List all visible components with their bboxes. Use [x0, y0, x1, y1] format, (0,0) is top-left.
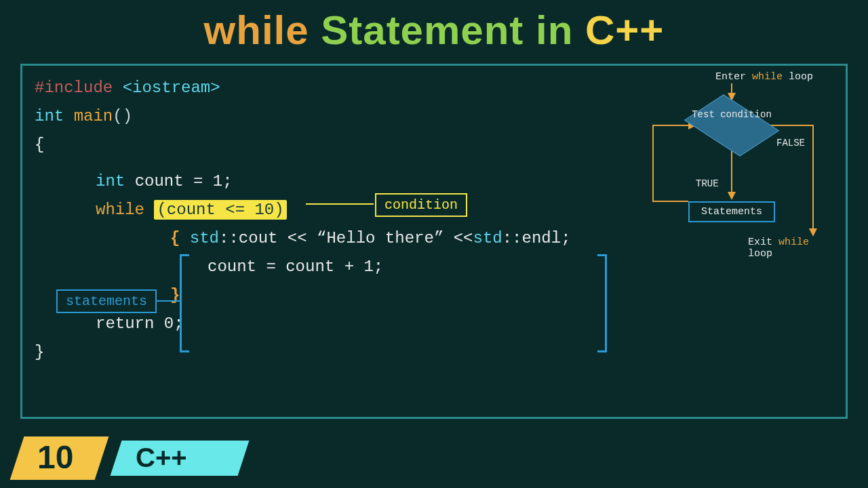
int-keyword-2: int — [96, 172, 125, 190]
return-stmt: return 0; — [96, 314, 184, 333]
int-keyword: int — [35, 107, 64, 125]
flowchart-exit-label: Exit while loop — [748, 237, 832, 260]
title-cpp: C++ — [585, 7, 664, 53]
while-keyword: while — [96, 201, 144, 219]
footer-badges: 10 C++ — [0, 435, 868, 488]
title-statement: Statement in — [321, 7, 573, 53]
main-parens: () — [113, 107, 132, 125]
code-line-return: return 0; — [35, 310, 833, 338]
flowchart-test-label: Test condition — [691, 109, 772, 120]
while-condition: (count <= 10) — [154, 200, 286, 220]
flowchart-statements-box: Statements — [688, 201, 775, 222]
condition-connector — [306, 203, 374, 205]
statements-label: statements — [56, 289, 157, 313]
lang-label: C++ — [136, 443, 187, 473]
cout-text: ::cout << “Hello there” << — [219, 229, 473, 247]
flowchart-true-label: TRUE — [696, 178, 719, 189]
count-inc: count = count + 1; — [208, 258, 383, 276]
include-token: #include — [35, 79, 113, 97]
title-while: while — [204, 7, 309, 53]
code-panel: #include <iostream> int main() { int cou… — [20, 64, 848, 419]
condition-label: condition — [375, 193, 467, 217]
flowchart-false-label: FALSE — [776, 138, 805, 148]
bracket-right-icon — [597, 254, 607, 352]
include-lib: <iostream> — [123, 79, 220, 97]
std-token-2: std — [473, 229, 502, 247]
bracket-left-icon — [180, 254, 189, 352]
code-line-close-brace: } — [35, 338, 833, 367]
count-decl: count = 1; — [135, 172, 233, 190]
std-token-1: std — [190, 229, 219, 247]
close-brace: } — [35, 343, 44, 361]
page-title: while Statement in C++ — [0, 0, 868, 54]
main-fn: main — [74, 107, 113, 125]
exit-post: loop — [748, 248, 772, 260]
body-open-brace: { — [170, 229, 180, 247]
open-brace: { — [35, 136, 44, 154]
exit-pre: Exit — [748, 237, 778, 248]
endl-text: ::endl; — [502, 229, 571, 247]
lesson-number: 10 — [37, 439, 73, 476]
exit-while: while — [778, 237, 809, 248]
